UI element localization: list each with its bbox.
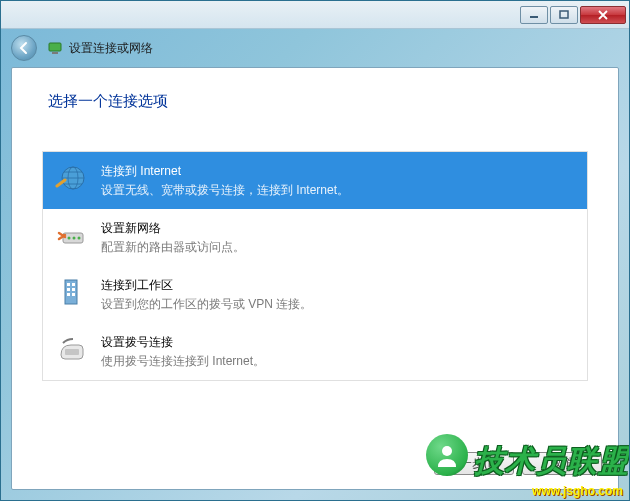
building-icon	[55, 276, 87, 308]
svg-rect-10	[65, 280, 77, 304]
back-button[interactable]	[11, 35, 37, 61]
next-button[interactable]: 下一步(N)	[434, 452, 514, 475]
network-icon	[47, 40, 63, 56]
svg-rect-16	[72, 293, 75, 296]
option-desc: 设置到您的工作区的拨号或 VPN 连接。	[101, 296, 312, 313]
titlebar	[1, 1, 629, 29]
svg-rect-13	[67, 288, 70, 291]
breadcrumb: 设置连接或网络	[47, 40, 153, 57]
svg-point-9	[78, 237, 81, 240]
option-title: 设置拨号连接	[101, 334, 265, 351]
option-text: 设置新网络 配置新的路由器或访问点。	[101, 219, 245, 256]
option-desc: 使用拨号连接连接到 Internet。	[101, 353, 265, 370]
option-desc: 设置无线、宽带或拨号连接，连接到 Internet。	[101, 182, 349, 199]
maximize-button[interactable]	[550, 6, 578, 24]
svg-rect-1	[560, 11, 568, 18]
router-icon	[55, 219, 87, 251]
option-desc: 配置新的路由器或访问点。	[101, 239, 245, 256]
option-title: 连接到工作区	[101, 277, 312, 294]
close-button[interactable]	[580, 6, 626, 24]
option-title: 设置新网络	[101, 220, 245, 237]
svg-rect-0	[530, 16, 538, 18]
globe-icon	[55, 162, 87, 194]
svg-point-8	[73, 237, 76, 240]
svg-rect-15	[67, 293, 70, 296]
svg-rect-3	[52, 52, 58, 54]
option-connect-internet[interactable]: 连接到 Internet 设置无线、宽带或拨号连接，连接到 Internet。	[43, 152, 587, 209]
svg-rect-11	[67, 283, 70, 286]
svg-rect-14	[72, 288, 75, 291]
svg-rect-12	[72, 283, 75, 286]
options-list: 连接到 Internet 设置无线、宽带或拨号连接，连接到 Internet。 …	[42, 151, 588, 381]
option-text: 连接到工作区 设置到您的工作区的拨号或 VPN 连接。	[101, 276, 312, 313]
svg-point-7	[68, 237, 71, 240]
window-controls	[520, 6, 626, 24]
option-text: 设置拨号连接 使用拨号连接连接到 Internet。	[101, 333, 265, 370]
svg-rect-17	[65, 349, 79, 355]
option-setup-network[interactable]: 设置新网络 配置新的路由器或访问点。	[43, 209, 587, 266]
phone-modem-icon	[55, 333, 87, 365]
nav-area: 设置连接或网络	[1, 29, 629, 67]
option-connect-workplace[interactable]: 连接到工作区 设置到您的工作区的拨号或 VPN 连接。	[43, 266, 587, 323]
option-text: 连接到 Internet 设置无线、宽带或拨号连接，连接到 Internet。	[101, 162, 349, 199]
breadcrumb-title: 设置连接或网络	[69, 40, 153, 57]
content-panel: 选择一个连接选项 连接到 Internet 设置无线、宽带或拨号连接，连接到 I…	[11, 67, 619, 490]
footer-buttons: 下一步(N) 取消	[434, 452, 602, 475]
page-heading: 选择一个连接选项	[12, 68, 618, 111]
cancel-button[interactable]: 取消	[522, 452, 602, 475]
option-title: 连接到 Internet	[101, 163, 349, 180]
minimize-button[interactable]	[520, 6, 548, 24]
option-dialup[interactable]: 设置拨号连接 使用拨号连接连接到 Internet。	[43, 323, 587, 380]
svg-rect-2	[49, 43, 61, 51]
